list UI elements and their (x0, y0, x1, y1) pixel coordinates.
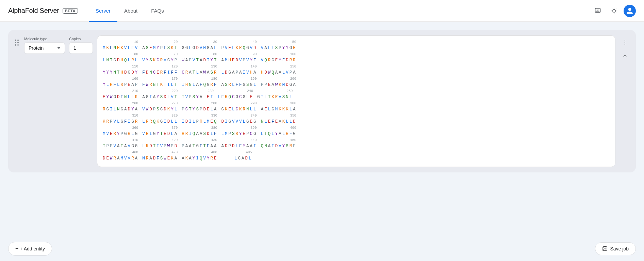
amino-acid-letter: D (149, 143, 153, 150)
feedback-icon (594, 7, 601, 14)
nav-about[interactable]: About (117, 0, 144, 22)
amino-acid-letter: A (253, 69, 257, 76)
amino-acid-letter: G (167, 57, 171, 64)
amino-acid-letter: T (264, 130, 268, 137)
amino-acid-letter: R (293, 57, 296, 64)
sequence-letters: DIGVVVLGEG (221, 118, 257, 125)
amino-acid-letter: D (103, 155, 106, 162)
amino-acid-letter: L (193, 118, 196, 125)
molecule-type-dropdown[interactable]: Protein (24, 42, 65, 54)
molecule-type-value: Protein (29, 45, 44, 51)
sequence-row: 160YLHFLRPEAP170FWRNTKTILT180IHNLAFQGRF1… (103, 77, 610, 88)
amino-acid-letter: H (121, 69, 124, 76)
sequence-number: 340 (221, 113, 257, 118)
sequence-letters: LGADL (234, 155, 252, 162)
nav-server[interactable]: Server (89, 0, 117, 22)
amino-acid-letter: L (196, 69, 199, 76)
amino-acid-letter: M (225, 130, 228, 137)
sequence-row: 360MVERYPGRLG370VRIGYTEDLA380HRIQAASDIF3… (103, 126, 610, 137)
amino-acid-letter: A (279, 118, 282, 125)
amino-acid-letter: R (200, 118, 203, 125)
amino-acid-letter: N (286, 94, 289, 101)
sequence-display[interactable]: 10MKFNHKVLFV20ASEMYPFSKT30GGLGDVMGAL40PV… (97, 35, 615, 167)
drag-handle[interactable] (14, 37, 20, 48)
amino-acid-letter: L (210, 106, 214, 113)
amino-acid-letter: Q (200, 155, 203, 162)
amino-acid-letter: A (182, 155, 185, 162)
amino-acid-letter: A (271, 81, 275, 88)
amino-acid-letter: V (193, 57, 196, 64)
amino-acid-letter: H (261, 69, 264, 76)
sequence-letters: WAPVTADIYT (182, 57, 217, 64)
amino-acid-letter: I (149, 94, 153, 101)
feedback-button[interactable] (591, 4, 605, 18)
amino-acid-letter: V (200, 45, 203, 51)
amino-acid-letter: V (171, 94, 174, 101)
amino-acid-letter: K (185, 155, 189, 162)
amino-acid-letter: F (131, 45, 135, 51)
amino-acid-letter: G (124, 130, 128, 137)
sequence-number: 440 (221, 138, 257, 143)
amino-acid-letter: V (106, 130, 110, 137)
amino-acid-letter: S (286, 143, 289, 150)
amino-acid-letter: A (242, 155, 245, 162)
amino-acid-letter: R (114, 155, 117, 162)
user-avatar[interactable] (624, 5, 636, 17)
amino-acid-letter: I (210, 130, 214, 137)
amino-acid-letter: S (210, 69, 214, 76)
amino-acid-letter: G (243, 81, 246, 88)
sequence-letters: GGLGDVMGAL (182, 45, 217, 51)
amino-acid-letter: E (164, 130, 167, 137)
save-job-button[interactable]: Save job (595, 242, 636, 255)
amino-acid-letter: L (142, 118, 146, 125)
add-entity-button[interactable]: + + Add entity (8, 242, 52, 256)
amino-acid-letter: F (214, 81, 217, 88)
amino-acid-letter: A (196, 81, 199, 88)
sequence-letters: TPPVATAVGG (103, 143, 138, 150)
more-options-button[interactable]: ⋮ (620, 37, 630, 48)
amino-acid-letter: R (225, 94, 228, 101)
amino-acid-letter: V (236, 118, 239, 125)
sequence-block: 330IDILPRLMEQ (182, 113, 217, 125)
amino-acid-letter: V (185, 94, 189, 101)
amino-acid-letter: D (203, 106, 207, 113)
amino-acid-letter: W (167, 143, 171, 150)
amino-acid-letter: A (185, 57, 189, 64)
copies-input[interactable] (69, 42, 93, 54)
amino-acid-letter: A (185, 143, 189, 150)
sequence-block: 60LNTGDHQLRL (103, 52, 138, 64)
amino-acid-letter: S (193, 94, 196, 101)
amino-acid-letter: F (236, 81, 239, 88)
amino-acid-letter: Q (229, 94, 232, 101)
amino-acid-letter: G (128, 69, 131, 76)
sequence-number: 300 (261, 101, 296, 106)
sequence-block: 120FDNCERFIFF (142, 64, 178, 76)
amino-acid-letter: Y (103, 69, 106, 76)
theme-button[interactable] (607, 4, 621, 18)
amino-acid-letter: G (135, 130, 138, 137)
sequence-block: 160YLHFLRPEAP (103, 77, 138, 88)
amino-acid-letter: L (290, 106, 293, 113)
account-icon (626, 7, 633, 15)
amino-acid-letter: L (167, 94, 171, 101)
sequence-number: 380 (182, 126, 217, 130)
amino-acid-letter: A (135, 106, 138, 113)
nav-faqs[interactable]: FAQs (144, 0, 171, 22)
amino-acid-letter: A (117, 143, 120, 150)
amino-acid-letter: L (193, 81, 196, 88)
sequence-block: 10MKFNHKVLFV (103, 40, 138, 51)
sequence-row: 260RGILNGADYA270VWDPSGDKYL280PCTYSPDELA2… (103, 101, 610, 113)
amino-acid-letter: R (236, 130, 239, 137)
collapse-button[interactable] (620, 50, 630, 61)
amino-acid-letter: L (189, 45, 192, 51)
sequence-block: 70VYSKCRVGYP (142, 52, 178, 64)
sequence-letters: VWDPSGDKYL (142, 106, 178, 113)
amino-acid-letter: D (131, 69, 135, 76)
sequence-letters: FDNCERFIFF (142, 69, 178, 76)
amino-acid-letter: F (207, 143, 210, 150)
amino-acid-letter: H (182, 130, 185, 137)
amino-acid-letter: L (128, 94, 131, 101)
amino-acid-letter: V (279, 143, 282, 150)
amino-acid-letter: I (225, 118, 228, 125)
amino-acid-letter: A (279, 130, 282, 137)
